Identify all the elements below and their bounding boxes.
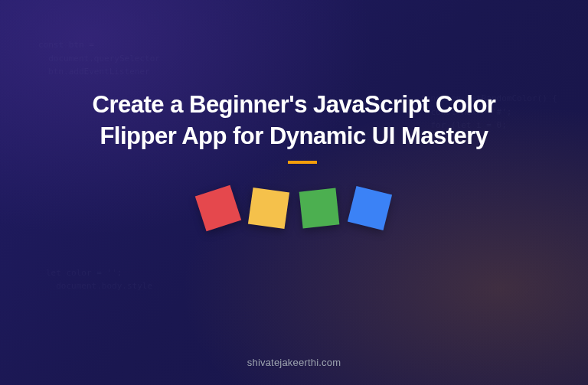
swatch-blue [348, 186, 392, 230]
footer-credit: shivatejakeerthi.com [0, 357, 588, 368]
swatch-red [195, 185, 241, 231]
hero-container: Create a Beginner's JavaScript Color Fli… [0, 0, 588, 385]
swatch-yellow [248, 188, 289, 229]
page-title: Create a Beginner's JavaScript Color Fli… [80, 90, 508, 152]
swatch-green [299, 188, 340, 228]
underline-wrapper [0, 152, 588, 185]
title-underline [288, 161, 317, 164]
color-swatches [200, 190, 388, 227]
